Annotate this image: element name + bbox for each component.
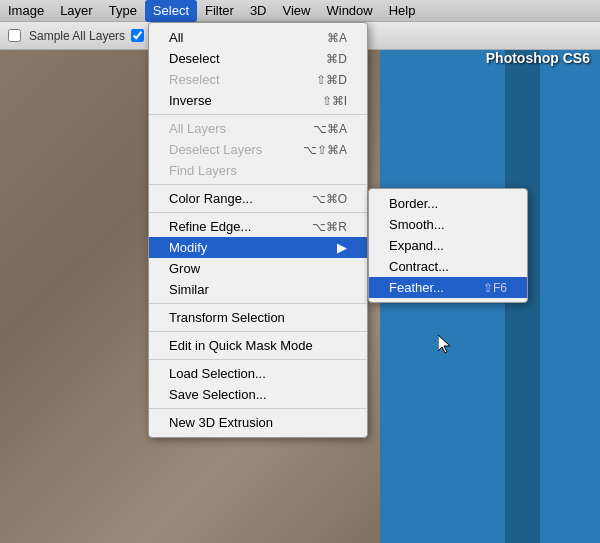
separator-6 (149, 359, 367, 360)
modify-submenu: Border... Smooth... Expand... Contract..… (368, 188, 528, 303)
menubar-item-select[interactable]: Select (145, 0, 197, 22)
menu-item-all[interactable]: All ⌘A (149, 27, 367, 48)
menu-item-find-layers: Find Layers (149, 160, 367, 181)
menu-item-transform-selection[interactable]: Transform Selection (149, 307, 367, 328)
menu-item-deselect-layers: Deselect Layers ⌥⇧⌘A (149, 139, 367, 160)
separator-5 (149, 331, 367, 332)
menu-item-color-range[interactable]: Color Range... ⌥⌘O (149, 188, 367, 209)
sample-all-layers-label: Sample All Layers (29, 29, 125, 43)
app-title: Photoshop CS6 (486, 50, 590, 66)
menu-item-inverse[interactable]: Inverse ⇧⌘I (149, 90, 367, 111)
submenu-item-contract[interactable]: Contract... (369, 256, 527, 277)
select-dropdown-menu: All ⌘A Deselect ⌘D Reselect ⇧⌘D Inverse … (148, 22, 368, 438)
submenu-arrow-icon: ▶ (337, 240, 347, 255)
menubar: Image Layer Type Select Filter 3D View W… (0, 0, 600, 22)
menu-item-all-layers: All Layers ⌥⌘A (149, 118, 367, 139)
menu-item-similar[interactable]: Similar (149, 279, 367, 300)
separator-1 (149, 114, 367, 115)
menubar-item-layer[interactable]: Layer (52, 0, 101, 22)
menu-item-deselect[interactable]: Deselect ⌘D (149, 48, 367, 69)
menubar-item-view[interactable]: View (275, 0, 319, 22)
menubar-item-help[interactable]: Help (381, 0, 424, 22)
submenu-item-feather[interactable]: Feather... ⇧F6 (369, 277, 527, 298)
separator-3 (149, 212, 367, 213)
menu-item-load-selection[interactable]: Load Selection... (149, 363, 367, 384)
menu-item-save-selection[interactable]: Save Selection... (149, 384, 367, 405)
auto-enhance-checkbox[interactable] (131, 29, 144, 42)
menubar-item-window[interactable]: Window (318, 0, 380, 22)
separator-4 (149, 303, 367, 304)
menu-item-refine-edge[interactable]: Refine Edge... ⌥⌘R (149, 216, 367, 237)
separator-2 (149, 184, 367, 185)
menu-item-reselect: Reselect ⇧⌘D (149, 69, 367, 90)
separator-7 (149, 408, 367, 409)
menu-item-modify[interactable]: Modify ▶ (149, 237, 367, 258)
menubar-item-type[interactable]: Type (101, 0, 145, 22)
menu-item-quick-mask[interactable]: Edit in Quick Mask Mode (149, 335, 367, 356)
menu-item-grow[interactable]: Grow (149, 258, 367, 279)
sample-all-layers-checkbox[interactable] (8, 29, 21, 42)
submenu-item-border[interactable]: Border... (369, 193, 527, 214)
menubar-item-filter[interactable]: Filter (197, 0, 242, 22)
menubar-item-image[interactable]: Image (0, 0, 52, 22)
menu-item-new-3d-extrusion[interactable]: New 3D Extrusion (149, 412, 367, 433)
menubar-item-3d[interactable]: 3D (242, 0, 275, 22)
submenu-item-smooth[interactable]: Smooth... (369, 214, 527, 235)
submenu-item-expand[interactable]: Expand... (369, 235, 527, 256)
